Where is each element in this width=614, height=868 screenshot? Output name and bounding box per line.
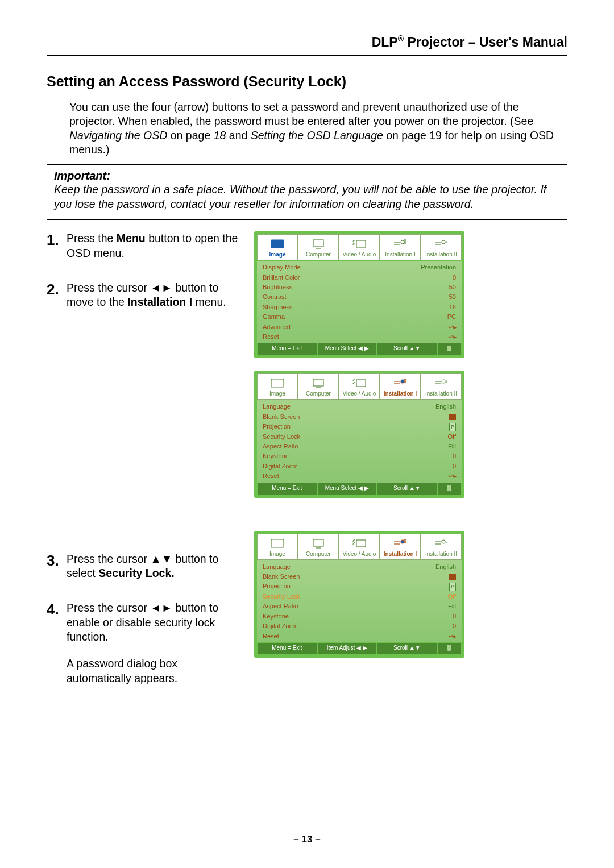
step-text-a: Press the cursor ◄► button to enable or … xyxy=(67,601,218,643)
osd-row-value: Off xyxy=(448,433,456,441)
svg-text:2: 2 xyxy=(446,540,448,543)
osd-row-label: Digital Zoom xyxy=(263,462,298,471)
osd-tabs: Image Computer Video / Audio Installatio… xyxy=(257,534,462,560)
enter-icon: ↵/▸ xyxy=(449,324,456,330)
osd-tab-label: Installation II xyxy=(421,550,461,558)
svg-rect-7 xyxy=(404,240,406,243)
svg-point-6 xyxy=(401,240,404,244)
svg-rect-13 xyxy=(313,379,323,386)
osd-row-label: Advanced xyxy=(263,323,291,331)
osd-row-value: PC xyxy=(447,313,456,321)
osd-row-value: 16 xyxy=(449,303,456,312)
osd-tabs: Image Computer Video / Audio Installatio… xyxy=(257,373,462,400)
osd-tab-image: Image xyxy=(257,534,298,560)
enter-icon: ↵/▸ xyxy=(449,473,456,479)
osd-tab-label: Installation II xyxy=(421,251,461,259)
osd-row-label: Sharpness xyxy=(263,303,293,312)
step-number: 3 xyxy=(47,552,67,581)
install2-icon: 2 xyxy=(421,537,461,550)
osd-row: Contrast50 xyxy=(257,292,462,302)
osd-footer-exit: Menu = Exit xyxy=(257,483,317,495)
osd-row: Security LockOff xyxy=(257,432,462,442)
intro-paragraph: You can use the four (arrow) buttons to … xyxy=(69,100,567,157)
step-text-b: Security Lock xyxy=(98,567,174,579)
header-rest: Projector – User's Manual xyxy=(404,35,567,49)
osd-footer-scroll: Scroll ▲▼ xyxy=(377,483,437,495)
osd-row: Security LockOff xyxy=(257,592,462,601)
osd-row-label: Language xyxy=(263,402,291,411)
page-number: – 13 – xyxy=(0,834,614,845)
osd-row: Reset↵/▸ xyxy=(257,632,462,641)
svg-rect-24 xyxy=(271,539,284,547)
header-sup: ® xyxy=(398,34,404,43)
intro-part2: on page xyxy=(167,129,213,142)
important-box: Important: Keep the password in a safe p… xyxy=(47,164,567,220)
osd-tab-label: Installation I xyxy=(380,251,420,259)
screenshots-column: Image Computer Video / Audio Installatio… xyxy=(254,231,567,697)
svg-point-18 xyxy=(401,380,404,383)
osd-footer-help xyxy=(437,642,462,655)
osd-footer-help xyxy=(437,343,462,355)
osd-tab-label: Video / Audio xyxy=(339,251,379,259)
osd-tab-installation-2: 2 Installation II xyxy=(421,234,462,260)
osd-row-label: Gamma xyxy=(263,313,285,321)
osd-tab-label: Computer xyxy=(298,390,338,398)
osd-row: Blank Screen xyxy=(257,412,462,422)
install2-icon: 2 xyxy=(421,376,461,390)
osd-row: LanguageEnglish xyxy=(257,402,462,412)
osd-footer-help xyxy=(437,483,462,495)
osd-row-value: 0 xyxy=(453,452,456,460)
step-text: Press the cursor ◄► button to move to th… xyxy=(67,281,243,310)
osd-row-value: Fill xyxy=(448,442,456,451)
osd-row-value xyxy=(449,572,456,581)
osd-tab-installation-2: 2 Installation II xyxy=(421,373,462,400)
important-label: Important: xyxy=(54,169,560,182)
osd-row-value: English xyxy=(435,402,456,411)
osd-row: ProjectionP xyxy=(257,422,462,432)
install1-icon xyxy=(380,537,420,550)
step-3: 3 Press the cursor ▲▼ button to select S… xyxy=(47,552,243,581)
osd-tab-label: Computer xyxy=(298,550,338,558)
blank-color-swatch xyxy=(449,574,456,580)
image-icon xyxy=(258,237,297,251)
blank-color-swatch xyxy=(449,414,456,420)
osd-row-value: 0 xyxy=(453,462,456,471)
osd-row: GammaPC xyxy=(257,312,462,322)
shield-icon xyxy=(446,485,452,492)
svg-rect-27 xyxy=(356,540,366,547)
osd-row-label: Aspect Ratio xyxy=(263,442,298,451)
video-audio-icon xyxy=(339,537,379,550)
osd-tab-label: Installation I xyxy=(380,390,420,398)
osd-row: Advanced↵/▸ xyxy=(257,322,462,332)
install1-icon xyxy=(380,376,420,390)
osd-row-value: Fill xyxy=(448,602,456,610)
step-4: 4 Press the cursor ◄► button to enable o… xyxy=(47,601,243,686)
osd-tab-label: Image xyxy=(258,251,297,259)
step-number: 1 xyxy=(47,231,67,260)
osd-row-label: Aspect Ratio xyxy=(263,602,298,610)
osd-footer-adjust: Item Adjust ◀ ▶ xyxy=(317,642,377,655)
osd-row-label: Reset xyxy=(263,333,279,341)
osd-tab-label: Video / Audio xyxy=(339,390,379,398)
osd-row-label: Projection xyxy=(263,422,291,431)
osd-row-value: 0 xyxy=(453,622,456,630)
computer-icon xyxy=(298,237,338,251)
page-header: DLP® Projector – User's Manual xyxy=(47,34,567,56)
osd-tab-image: Image xyxy=(257,373,298,400)
important-text: Keep the password in a safe place. Witho… xyxy=(54,182,560,211)
osd-tab-computer: Computer xyxy=(298,534,339,560)
osd-tab-video-audio: Video / Audio xyxy=(339,234,380,260)
image-icon xyxy=(258,376,297,390)
computer-icon xyxy=(298,537,338,550)
step-text-extra: A password dialog box automatically appe… xyxy=(67,657,177,684)
osd-row: Digital Zoom0 xyxy=(257,462,462,471)
step-number: 2 xyxy=(47,281,67,310)
osd-footer-select: Menu Select ◀ ▶ xyxy=(317,483,377,495)
osd-row: Blank Screen xyxy=(257,572,462,582)
step-text-b: Menu xyxy=(117,232,146,244)
computer-icon xyxy=(298,376,338,390)
osd-footer-exit: Menu = Exit xyxy=(257,343,317,355)
osd-screenshot-security-lock-selected: Image Computer Video / Audio Installatio… xyxy=(254,531,464,658)
osd-footer-exit: Menu = Exit xyxy=(257,642,317,655)
step-text-c: menu. xyxy=(192,296,226,308)
